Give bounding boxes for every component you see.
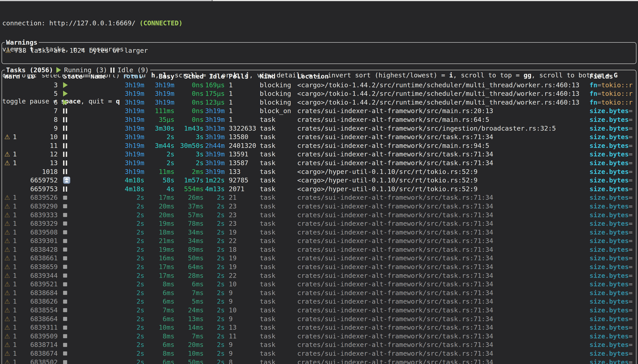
task-row[interactable]: 9 3h19m 3m30s 1m43s 3h13m 3322633 task c… bbox=[2, 124, 636, 133]
sched-cell: 10ms bbox=[174, 349, 204, 358]
busy-cell: 35µs bbox=[144, 115, 174, 124]
warn-cell: ⚠1 bbox=[2, 150, 22, 159]
kind-cell: task bbox=[258, 124, 297, 133]
warn-cell: ⚠1 bbox=[2, 280, 22, 288]
column-header-location[interactable]: Location bbox=[297, 72, 590, 81]
task-row[interactable]: ⚠1 6838664 2s 6ms 13ms 2s 9 task cr bbox=[2, 315, 636, 324]
idle-cell: 3h19m bbox=[204, 133, 225, 142]
column-header-kind[interactable]: Kind bbox=[258, 72, 297, 81]
task-row[interactable]: 6 3h19m 3h19m 0ns 123µs 1 blocking <carg… bbox=[2, 98, 636, 107]
idle-cell: 3h19m bbox=[204, 106, 225, 115]
column-header-idle[interactable]: Idle bbox=[204, 72, 225, 81]
completed-state-icon bbox=[63, 274, 67, 278]
warn-count: 1 bbox=[10, 306, 16, 314]
polls-cell: 21 bbox=[229, 193, 258, 202]
sched-cell: 1m57s bbox=[174, 176, 204, 185]
busy-cell: 3m30s bbox=[144, 124, 174, 133]
task-row[interactable]: ⚠1 6838661 2s 16ms 50ms 2s 19 task bbox=[2, 254, 636, 262]
field-key: size.bytes bbox=[590, 350, 629, 357]
polls-cell: 18 bbox=[229, 245, 258, 254]
completed-state-icon bbox=[63, 222, 67, 226]
warn-cell: ⚠1 bbox=[2, 358, 22, 364]
task-row[interactable]: ⚠1 6839344 2s 17ms 28ms 2s 22 task bbox=[2, 271, 636, 280]
column-header-sched[interactable]: Sched bbox=[174, 72, 204, 81]
field-key: size.bytes bbox=[590, 315, 629, 323]
polls-cell: 13591 bbox=[229, 150, 258, 159]
task-row[interactable]: ⚠1 6838428 2s 19ms 89ms 2s 18 task bbox=[2, 245, 636, 254]
task-row[interactable]: ⚠1 6839301 2s 21ms 34ms 2s 22 task bbox=[2, 236, 636, 245]
idle-count-label: Idle (9) bbox=[118, 66, 149, 74]
warn-cell: ⚠1 bbox=[2, 254, 22, 262]
task-row[interactable]: ⚠1 6838502 2s 6ms 50ms 2s 8 task cr bbox=[2, 358, 636, 364]
field-equals: = bbox=[629, 194, 632, 201]
kind-cell: block_on bbox=[258, 106, 297, 115]
sched-cell: 24ms bbox=[174, 306, 204, 315]
total-cell: 2s bbox=[105, 280, 144, 288]
field-key: size.bytes bbox=[590, 280, 629, 288]
busy-cell: 3h19m bbox=[144, 98, 174, 107]
field-equals: = bbox=[597, 98, 601, 106]
idle-state-icon bbox=[63, 186, 67, 192]
warning-icon: ⚠ bbox=[4, 159, 10, 167]
completed-state-icon bbox=[63, 213, 67, 217]
warn-cell: ⚠1 bbox=[2, 193, 22, 202]
task-row[interactable]: ⚠1 13 3h19m 2s 2s 3h19m 13587 task bbox=[2, 159, 636, 168]
fields-cell: size.bytes= bbox=[590, 340, 636, 349]
task-row[interactable]: 6659753 4m18s 4s 554ms 4m13s 2071 task <… bbox=[2, 185, 636, 194]
total-cell: 2s bbox=[105, 202, 144, 211]
warn-cell bbox=[2, 115, 22, 124]
completed-state-icon bbox=[63, 334, 67, 338]
total-cell: 2s bbox=[105, 271, 144, 280]
task-id-cell: 6838661 bbox=[22, 254, 58, 262]
location-cell: <cargo>/tokio-1.44.2/src/runtime/schedul… bbox=[297, 98, 590, 107]
task-row[interactable]: 8 3h19m 35µs 0ns 3h19m 1 task crates/sui… bbox=[2, 115, 636, 124]
polls-cell: 23 bbox=[229, 211, 258, 220]
task-id-cell: 6838428 bbox=[22, 245, 58, 254]
scheduled-state-icon bbox=[63, 176, 70, 184]
task-row[interactable]: ⚠1 12 3h19m 2s 3s 3h19m 13591 task bbox=[2, 150, 636, 159]
task-row[interactable]: ⚠1 6838674 2s 8ms 10ms 2s 9 task cr bbox=[2, 349, 636, 358]
task-row[interactable]: ⚠1 6839508 2s 18ms 34ms 2s 19 task bbox=[2, 228, 636, 237]
task-row[interactable]: 1018 3h19m 11ms 2ms 3h19m 133 task <carg… bbox=[2, 168, 636, 176]
task-row[interactable]: ⚠1 6838659 2s 17ms 64ms 2s 19 task bbox=[2, 262, 636, 271]
location-cell: crates/sui-indexer-alt-framework/src/tas… bbox=[297, 193, 590, 202]
task-row[interactable]: ⚠1 6839521 2s 8ms 6ms 2s 10 task cr bbox=[2, 280, 636, 288]
warn-count: 1 bbox=[10, 211, 16, 219]
task-row[interactable]: ⚠1 6838714 2s 6ms 20ms 2s 9 task cr bbox=[2, 340, 636, 349]
idle-cell: 2s bbox=[204, 211, 225, 220]
task-id-cell: 6839526 bbox=[22, 193, 58, 202]
task-row[interactable]: ⚠1 6838626 2s 6ms 5ms 2s 9 task cra bbox=[2, 297, 636, 306]
task-row[interactable]: ⚠1 6839526 2s 17ms 26ms 2s 21 task bbox=[2, 193, 636, 202]
task-row[interactable]: 11 3h19m 3m44s 30m50s 2h44m 2401320 task… bbox=[2, 142, 636, 150]
task-row[interactable]: 6659752 4m18s 58s 1m57s 1m22s 92785 task… bbox=[2, 176, 636, 185]
task-row[interactable]: ⚠1 10 3h19m 2s 3s 3h19m 13580 task bbox=[2, 133, 636, 142]
task-row[interactable]: 5 3h19m 3h19m 0ns 175µs 1 blocking <carg… bbox=[2, 89, 636, 98]
task-row[interactable]: ⚠1 6838684 2s 6ms 7ms 2s 9 task cra bbox=[2, 288, 636, 297]
location-cell: crates/sui-indexer-alt-framework/src/tas… bbox=[297, 245, 590, 254]
task-row[interactable]: ⚠1 6838554 2s 7ms 24ms 2s 10 task c bbox=[2, 306, 636, 315]
field-key: size.bytes bbox=[590, 194, 629, 201]
running-count-label: Running (3) bbox=[64, 66, 107, 74]
task-id-cell: 6839333 bbox=[22, 211, 58, 220]
task-row[interactable]: 7 3h19m 111ms 0ns 3h19m 1 block_on crate… bbox=[2, 106, 636, 115]
task-row[interactable]: 3 3h19m 3h19m 0ns 169µs 1 blocking <carg… bbox=[2, 81, 636, 90]
kind-cell: task bbox=[258, 219, 297, 228]
column-header-polls[interactable]: Polls bbox=[229, 72, 258, 81]
task-row[interactable]: ⚠1 6839329 2s 19ms 78ms 2s 23 task bbox=[2, 219, 636, 228]
field-equals: = bbox=[629, 124, 632, 132]
state-cell bbox=[58, 317, 82, 321]
warn-cell: ⚠1 bbox=[2, 297, 22, 306]
task-row[interactable]: ⚠1 6839509 2s 8ms 7ms 2s 11 task cr bbox=[2, 332, 636, 341]
warn-cell: ⚠1 bbox=[2, 211, 22, 220]
busy-cell: 2s bbox=[144, 150, 174, 159]
fields-cell: size.bytes= bbox=[590, 150, 636, 159]
task-row[interactable]: ⚠1 6839290 2s 20ms 37ms 2s 23 task bbox=[2, 202, 636, 211]
location-cell: <cargo>/tokio-1.44.2/src/runtime/schedul… bbox=[297, 89, 590, 98]
state-cell bbox=[58, 176, 82, 184]
task-row[interactable]: ⚠1 6839333 2s 20ms 57ms 2s 23 task bbox=[2, 211, 636, 220]
polls-cell: 1 bbox=[229, 98, 258, 107]
task-row[interactable]: ⚠1 6839311 2s 10ms 14ms 2s 13 task bbox=[2, 323, 636, 332]
warn-count bbox=[4, 124, 7, 132]
column-header-fields[interactable]: Fields bbox=[590, 72, 636, 81]
completed-state-icon bbox=[63, 230, 67, 234]
